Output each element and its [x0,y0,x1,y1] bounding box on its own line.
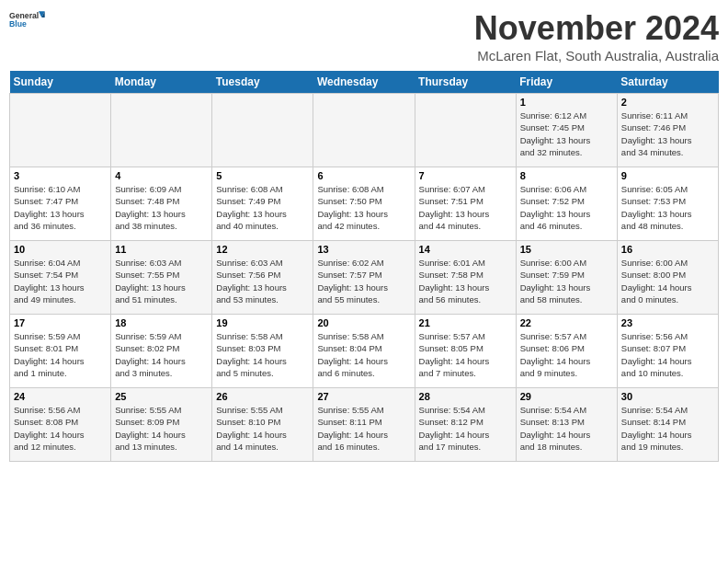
day-number: 27 [317,391,410,402]
day-info: Sunrise: 5:57 AMSunset: 8:05 PMDaylight:… [419,330,512,379]
calendar-week-row: 17Sunrise: 5:59 AMSunset: 8:01 PMDayligh… [10,315,719,388]
weekday-header-wednesday: Wednesday [313,71,415,94]
calendar-cell: 29Sunrise: 5:54 AMSunset: 8:13 PMDayligh… [516,388,617,462]
day-info: Sunrise: 6:07 AMSunset: 7:51 PMDaylight:… [419,183,512,232]
calendar-cell: 21Sunrise: 5:57 AMSunset: 8:05 PMDayligh… [415,315,516,388]
day-number: 18 [115,317,208,328]
day-info: Sunrise: 6:03 AMSunset: 7:56 PMDaylight:… [216,257,309,305]
calendar-cell: 10Sunrise: 6:04 AMSunset: 7:54 PMDayligh… [10,241,111,315]
calendar-cell: 11Sunrise: 6:03 AMSunset: 7:55 PMDayligh… [111,241,212,315]
day-number: 29 [520,391,613,402]
day-number: 13 [317,244,410,255]
calendar-week-row: 10Sunrise: 6:04 AMSunset: 7:54 PMDayligh… [10,241,719,315]
day-info: Sunrise: 5:55 AMSunset: 8:10 PMDaylight:… [216,404,309,453]
calendar-week-row: 24Sunrise: 5:56 AMSunset: 8:08 PMDayligh… [10,388,719,462]
day-number: 10 [14,244,107,255]
day-info: Sunrise: 6:00 AMSunset: 8:00 PMDaylight:… [621,257,714,305]
day-number: 8 [520,170,613,181]
calendar-cell: 1Sunrise: 6:12 AMSunset: 7:45 PMDaylight… [516,94,617,167]
day-number: 25 [115,391,208,402]
calendar-cell: 24Sunrise: 5:56 AMSunset: 8:08 PMDayligh… [10,388,111,462]
day-info: Sunrise: 6:08 AMSunset: 7:50 PMDaylight:… [317,183,410,232]
calendar-table: SundayMondayTuesdayWednesdayThursdayFrid… [9,71,719,462]
calendar-cell: 17Sunrise: 5:59 AMSunset: 8:01 PMDayligh… [10,315,111,388]
weekday-header-tuesday: Tuesday [212,71,313,94]
calendar-cell: 30Sunrise: 5:54 AMSunset: 8:14 PMDayligh… [617,388,718,462]
calendar-cell: 8Sunrise: 6:06 AMSunset: 7:52 PMDaylight… [516,167,617,241]
calendar-cell [415,94,516,167]
day-info: Sunrise: 5:55 AMSunset: 8:11 PMDaylight:… [317,404,410,453]
calendar-cell: 20Sunrise: 5:58 AMSunset: 8:04 PMDayligh… [313,315,415,388]
page-header: General Blue November 2024 McLaren Flat,… [9,9,719,63]
day-info: Sunrise: 5:57 AMSunset: 8:06 PMDaylight:… [520,330,613,379]
calendar-cell: 19Sunrise: 5:58 AMSunset: 8:03 PMDayligh… [212,315,313,388]
day-info: Sunrise: 6:03 AMSunset: 7:55 PMDaylight:… [115,257,208,305]
day-info: Sunrise: 6:09 AMSunset: 7:48 PMDaylight:… [115,183,208,232]
day-number: 19 [216,317,309,328]
day-info: Sunrise: 5:54 AMSunset: 8:12 PMDaylight:… [419,404,512,453]
calendar-cell: 12Sunrise: 6:03 AMSunset: 7:56 PMDayligh… [212,241,313,315]
day-info: Sunrise: 5:54 AMSunset: 8:14 PMDaylight:… [621,404,714,453]
calendar-cell: 13Sunrise: 6:02 AMSunset: 7:57 PMDayligh… [313,241,415,315]
day-number: 17 [14,317,107,328]
day-info: Sunrise: 6:05 AMSunset: 7:53 PMDaylight:… [621,183,714,232]
day-number: 15 [520,244,613,255]
month-title: November 2024 [474,9,719,48]
calendar-week-row: 1Sunrise: 6:12 AMSunset: 7:45 PMDaylight… [10,94,719,167]
calendar-cell: 28Sunrise: 5:54 AMSunset: 8:12 PMDayligh… [415,388,516,462]
day-number: 5 [216,170,309,181]
calendar-cell: 22Sunrise: 5:57 AMSunset: 8:06 PMDayligh… [516,315,617,388]
day-number: 12 [216,244,309,255]
day-number: 6 [317,170,410,181]
weekday-header-thursday: Thursday [415,71,516,94]
day-info: Sunrise: 5:54 AMSunset: 8:13 PMDaylight:… [520,404,613,453]
calendar-cell: 5Sunrise: 6:08 AMSunset: 7:49 PMDaylight… [212,167,313,241]
calendar-cell: 4Sunrise: 6:09 AMSunset: 7:48 PMDaylight… [111,167,212,241]
calendar-cell [111,94,212,167]
calendar-cell: 15Sunrise: 6:00 AMSunset: 7:59 PMDayligh… [516,241,617,315]
day-info: Sunrise: 6:12 AMSunset: 7:45 PMDaylight:… [520,109,613,158]
calendar-cell: 27Sunrise: 5:55 AMSunset: 8:11 PMDayligh… [313,388,415,462]
day-info: Sunrise: 6:06 AMSunset: 7:52 PMDaylight:… [520,183,613,232]
calendar-cell: 26Sunrise: 5:55 AMSunset: 8:10 PMDayligh… [212,388,313,462]
day-number: 28 [419,391,512,402]
day-number: 26 [216,391,309,402]
day-number: 14 [419,244,512,255]
day-info: Sunrise: 6:11 AMSunset: 7:46 PMDaylight:… [621,109,714,158]
day-number: 21 [419,317,512,328]
calendar-cell: 14Sunrise: 6:01 AMSunset: 7:58 PMDayligh… [415,241,516,315]
title-block: November 2024 McLaren Flat, South Austra… [474,9,719,63]
day-info: Sunrise: 6:04 AMSunset: 7:54 PMDaylight:… [14,257,107,305]
calendar-cell [10,94,111,167]
svg-text:Blue: Blue [9,19,27,29]
calendar-cell: 2Sunrise: 6:11 AMSunset: 7:46 PMDaylight… [617,94,718,167]
calendar-cell: 6Sunrise: 6:08 AMSunset: 7:50 PMDaylight… [313,167,415,241]
day-number: 2 [621,97,714,108]
logo-svg: General Blue [9,9,46,29]
calendar-cell: 23Sunrise: 5:56 AMSunset: 8:07 PMDayligh… [617,315,718,388]
calendar-cell [212,94,313,167]
day-number: 1 [520,97,613,108]
day-number: 11 [115,244,208,255]
calendar-cell [313,94,415,167]
day-info: Sunrise: 6:02 AMSunset: 7:57 PMDaylight:… [317,257,410,305]
day-info: Sunrise: 5:58 AMSunset: 8:03 PMDaylight:… [216,330,309,379]
day-info: Sunrise: 5:56 AMSunset: 8:07 PMDaylight:… [621,330,714,379]
calendar-cell: 16Sunrise: 6:00 AMSunset: 8:00 PMDayligh… [617,241,718,315]
calendar-cell: 7Sunrise: 6:07 AMSunset: 7:51 PMDaylight… [415,167,516,241]
day-info: Sunrise: 5:56 AMSunset: 8:08 PMDaylight:… [14,404,107,453]
day-number: 4 [115,170,208,181]
day-info: Sunrise: 5:55 AMSunset: 8:09 PMDaylight:… [115,404,208,453]
calendar-cell: 9Sunrise: 6:05 AMSunset: 7:53 PMDaylight… [617,167,718,241]
weekday-header-row: SundayMondayTuesdayWednesdayThursdayFrid… [10,71,719,94]
weekday-header-friday: Friday [516,71,617,94]
calendar-cell: 25Sunrise: 5:55 AMSunset: 8:09 PMDayligh… [111,388,212,462]
weekday-header-saturday: Saturday [617,71,718,94]
calendar-cell: 18Sunrise: 5:59 AMSunset: 8:02 PMDayligh… [111,315,212,388]
day-number: 22 [520,317,613,328]
weekday-header-sunday: Sunday [10,71,111,94]
day-info: Sunrise: 6:01 AMSunset: 7:58 PMDaylight:… [419,257,512,305]
day-number: 7 [419,170,512,181]
day-number: 9 [621,170,714,181]
day-number: 30 [621,391,714,402]
